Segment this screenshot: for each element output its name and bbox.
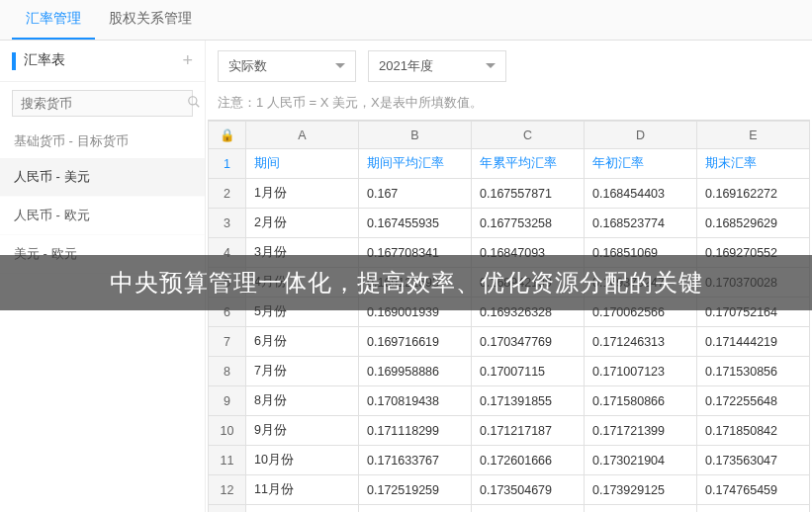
tab-rate-management[interactable]: 汇率管理 [12, 0, 95, 40]
cell[interactable]: 0.171721399 [585, 416, 697, 446]
table-row: 76月份0.1697166190.1703477690.1712463130.1… [209, 327, 810, 357]
cell[interactable]: 0.168454403 [585, 179, 697, 209]
cell[interactable]: 0.171118299 [359, 416, 472, 446]
cell[interactable]: 0.172255648 [697, 386, 810, 416]
lock-icon: 🔒 [209, 122, 246, 149]
field-header[interactable]: 年累平均汇率 [472, 149, 585, 179]
data-type-select[interactable]: 实际数 [218, 50, 356, 82]
cell[interactable]: 0.171246313 [585, 327, 697, 357]
cell[interactable]: 0.173021904 [585, 446, 697, 475]
add-icon[interactable]: + [182, 50, 193, 71]
cell[interactable]: 0.174397981 [585, 505, 697, 513]
row-number[interactable]: 11 [209, 446, 246, 475]
svg-line-1 [196, 104, 200, 108]
cell[interactable]: 0.172601666 [472, 446, 585, 475]
table-row: 32月份0.1674559350.1677532580.1685237740.1… [209, 209, 810, 238]
column-header[interactable]: B [359, 122, 472, 149]
cell[interactable]: 0.170819438 [359, 386, 472, 416]
table-row: 109月份0.1711182990.1712171870.1717213990.… [209, 416, 810, 446]
cell[interactable]: 0.171633767 [359, 446, 472, 475]
table-row: 1211月份0.1725192590.1735046790.1739291250… [209, 475, 810, 505]
cell[interactable]: 0.173324798 [359, 505, 472, 513]
currency-pair-item[interactable]: 人民币 - 美元 [0, 158, 205, 197]
row-number[interactable]: 3 [209, 209, 246, 238]
search-input[interactable] [21, 96, 187, 111]
row-number[interactable]: 9 [209, 386, 246, 416]
cell[interactable]: 11月份 [246, 475, 359, 505]
row-number[interactable]: 1 [209, 149, 246, 179]
cell[interactable]: 0.169958886 [359, 357, 472, 386]
hint-text: 注意：1 人民币 = X 美元，X是表中所填数值。 [206, 92, 812, 120]
cell[interactable]: 0.17362493 [472, 505, 585, 513]
currency-pair-item[interactable]: 人民币 - 欧元 [0, 197, 205, 235]
cell[interactable]: 0.173929125 [585, 475, 697, 505]
cell[interactable]: 0.173563047 [697, 446, 810, 475]
column-header[interactable]: D [585, 122, 697, 149]
row-number[interactable]: 8 [209, 357, 246, 386]
cell[interactable]: 0.17007115 [472, 357, 585, 386]
cell[interactable]: 0.170347769 [472, 327, 585, 357]
table-row: 21月份0.1670.1675578710.1684544030.1691622… [209, 179, 810, 209]
tab-equity-management[interactable]: 股权关系管理 [95, 0, 206, 40]
cell[interactable]: 0.173504679 [472, 475, 585, 505]
row-number[interactable]: 13 [209, 505, 246, 513]
cell[interactable]: 0.167753258 [472, 209, 585, 238]
cell[interactable]: 0.167455935 [359, 209, 472, 238]
column-header[interactable]: E [697, 122, 810, 149]
cell[interactable]: 0.171530856 [697, 357, 810, 386]
cell[interactable]: 0.171391855 [472, 386, 585, 416]
overlay-banner: 中央预算管理一体化，提高效率、优化资源分配的关键 [0, 255, 812, 310]
sidebar-title: 汇率表 [12, 51, 65, 70]
cell[interactable]: 9月份 [246, 416, 359, 446]
cell[interactable]: 0.171580866 [585, 386, 697, 416]
svg-point-0 [189, 97, 197, 105]
cell[interactable]: 0.167557871 [472, 179, 585, 209]
cell[interactable]: 0.171850842 [697, 416, 810, 446]
cell[interactable]: 0.167 [359, 179, 472, 209]
cell[interactable]: 0.169716619 [359, 327, 472, 357]
search-input-wrap [12, 90, 193, 117]
column-header[interactable]: C [472, 122, 585, 149]
table-row: 1312月份0.1733247980.173624930.1743979810.… [209, 505, 810, 513]
table-row: 87月份0.1699588860.170071150.1710071230.17… [209, 357, 810, 386]
table-row: 1110月份0.1716337670.1726016660.1730219040… [209, 446, 810, 475]
cell[interactable]: 2月份 [246, 209, 359, 238]
table-row: 98月份0.1708194380.1713918550.1715808660.1… [209, 386, 810, 416]
column-header[interactable]: A [246, 122, 359, 149]
cell[interactable]: 1月份 [246, 179, 359, 209]
row-number[interactable]: 10 [209, 416, 246, 446]
cell[interactable]: 6月份 [246, 327, 359, 357]
cell[interactable]: 0.174765459 [697, 475, 810, 505]
field-header[interactable]: 期末汇率 [697, 149, 810, 179]
cell[interactable]: 7月份 [246, 357, 359, 386]
search-icon[interactable] [187, 95, 201, 112]
field-header[interactable]: 期间 [246, 149, 359, 179]
row-number[interactable]: 12 [209, 475, 246, 505]
row-number[interactable]: 2 [209, 179, 246, 209]
cell[interactable]: 12月份 [246, 505, 359, 513]
cell[interactable]: 0.168523774 [585, 209, 697, 238]
field-header[interactable]: 年初汇率 [585, 149, 697, 179]
cell[interactable]: 0.171217187 [472, 416, 585, 446]
cell[interactable]: 10月份 [246, 446, 359, 475]
currency-group-label: 基础货币 - 目标货币 [0, 125, 205, 158]
cell[interactable]: 0.171444219 [697, 327, 810, 357]
period-select[interactable]: 2021年度 [368, 50, 506, 82]
cell[interactable]: 0.174694869 [697, 505, 810, 513]
cell[interactable]: 8月份 [246, 386, 359, 416]
cell[interactable]: 0.171007123 [585, 357, 697, 386]
row-number[interactable]: 7 [209, 327, 246, 357]
cell[interactable]: 0.172519259 [359, 475, 472, 505]
field-header[interactable]: 期间平均汇率 [359, 149, 472, 179]
cell[interactable]: 0.168529629 [697, 209, 810, 238]
rate-grid[interactable]: 🔒 ABCDE 1期间期间平均汇率年累平均汇率年初汇率期末汇率21月份0.167… [208, 120, 810, 512]
cell[interactable]: 0.169162272 [697, 179, 810, 209]
